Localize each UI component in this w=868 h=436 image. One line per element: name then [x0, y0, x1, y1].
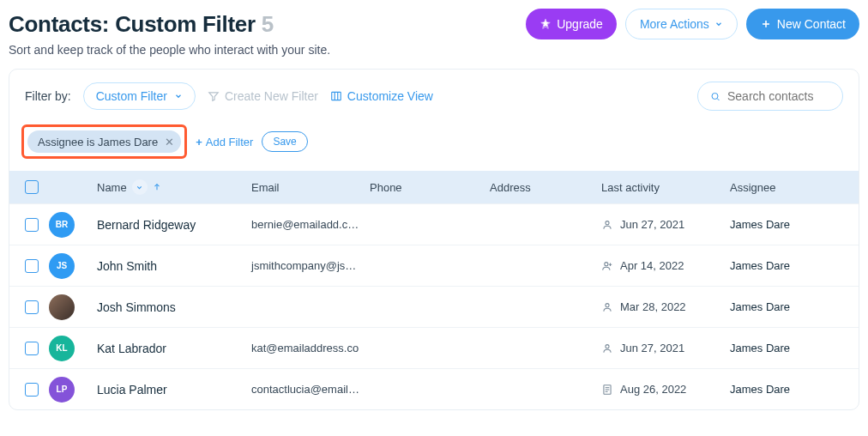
- search-input-wrapper[interactable]: [697, 82, 843, 111]
- cell-assignee: James Dare: [728, 300, 859, 313]
- customize-view-label: Customize View: [347, 89, 433, 103]
- contacts-panel: Filter by: Custom Filter Create New Filt…: [9, 69, 859, 410]
- activity-icon: [601, 219, 613, 231]
- table-row[interactable]: BRBernard Ridgewaybernie@emailadd.c…Jun …: [9, 203, 859, 245]
- cell-name: Kat Labrador: [95, 342, 250, 355]
- col-address[interactable]: Address: [488, 181, 600, 194]
- sort-direction-icon[interactable]: [132, 179, 148, 195]
- cell-last-activity: Mar 28, 2022: [600, 300, 728, 313]
- add-filter-label: Add Filter: [206, 136, 254, 148]
- create-new-filter: Create New Filter: [208, 89, 318, 103]
- search-input[interactable]: [727, 89, 830, 103]
- sort-arrow-icon: [153, 182, 161, 192]
- upgrade-label: Upgrade: [557, 17, 603, 31]
- search-icon: [710, 90, 720, 103]
- more-actions-label: More Actions: [640, 17, 709, 31]
- upgrade-icon: [539, 18, 552, 30]
- title-count: 5: [262, 11, 274, 37]
- page-subtitle: Sort and keep track of the people who in…: [9, 43, 859, 57]
- row-checkbox[interactable]: [25, 342, 39, 355]
- save-filter-button[interactable]: Save: [262, 131, 307, 152]
- cell-assignee: James Dare: [728, 218, 859, 231]
- funnel-icon: [208, 90, 220, 102]
- create-new-filter-label: Create New Filter: [225, 89, 318, 103]
- chevron-down-icon: [174, 92, 183, 100]
- cell-assignee: James Dare: [728, 342, 859, 354]
- cell-name: Bernard Ridgeway: [95, 218, 250, 232]
- cell-assignee: James Dare: [728, 383, 859, 396]
- cell-name: Josh Simmons: [95, 300, 250, 314]
- row-checkbox[interactable]: [25, 300, 39, 314]
- cell-last-activity: Aug 26, 2022: [600, 383, 728, 396]
- add-filter-link[interactable]: + Add Filter: [196, 136, 253, 148]
- filter-chip[interactable]: Assignee is James Dare ✕: [27, 130, 181, 153]
- svg-point-11: [606, 344, 609, 348]
- filter-dropdown-label: Custom Filter: [96, 89, 167, 103]
- table-row[interactable]: JSJohn Smithjsmithcompany@js…Apr 14, 202…: [9, 245, 859, 286]
- plus-icon: +: [196, 136, 202, 148]
- cell-last-activity: Jun 27, 2021: [600, 342, 728, 354]
- svg-line-4: [717, 98, 719, 100]
- select-all-checkbox[interactable]: [25, 180, 39, 194]
- cell-last-activity: Jun 27, 2021: [600, 218, 728, 231]
- title-prefix: Contacts:: [9, 11, 109, 37]
- row-checkbox[interactable]: [25, 218, 39, 232]
- col-assignee[interactable]: Assignee: [728, 181, 859, 194]
- plus-icon: ＋: [760, 16, 772, 32]
- col-name-label: Name: [97, 181, 127, 194]
- contacts-table: Name Email Phone Address Last activity A…: [9, 171, 859, 409]
- cell-email: contactlucia@email…: [250, 383, 368, 396]
- avatar-initials: LP: [49, 377, 75, 403]
- table-row[interactable]: KLKat Labradorkat@emailaddress.coJun 27,…: [9, 327, 859, 368]
- avatar-initials: BR: [49, 212, 75, 238]
- col-last-activity[interactable]: Last activity: [600, 181, 728, 194]
- svg-point-6: [606, 221, 609, 224]
- chevron-down-icon: [714, 20, 723, 28]
- activity-icon: [601, 384, 613, 396]
- page-title: Contacts: Custom Filter 5: [9, 11, 274, 38]
- activity-icon: [601, 260, 613, 272]
- table-header: Name Email Phone Address Last activity A…: [9, 171, 859, 203]
- upgrade-button[interactable]: Upgrade: [526, 9, 617, 39]
- cell-assignee: James Dare: [728, 259, 859, 272]
- title-filter-name: Custom Filter: [115, 11, 256, 37]
- svg-point-7: [605, 262, 608, 265]
- cell-name: Lucia Palmer: [95, 383, 250, 397]
- filter-dropdown[interactable]: Custom Filter: [83, 82, 196, 110]
- avatar-photo: [49, 294, 75, 320]
- cell-email: jsmithcompany@js…: [250, 259, 368, 272]
- table-row[interactable]: Josh SimmonsMar 28, 2022James Dare: [9, 286, 859, 327]
- svg-point-10: [606, 303, 609, 306]
- new-contact-button[interactable]: ＋ New Contact: [746, 9, 859, 39]
- active-filter-highlight: Assignee is James Dare ✕: [21, 124, 187, 159]
- filter-chip-label: Assignee is James Dare: [38, 136, 158, 148]
- col-phone[interactable]: Phone: [368, 181, 488, 194]
- columns-icon: [330, 90, 342, 102]
- row-checkbox[interactable]: [25, 259, 39, 273]
- activity-icon: [601, 301, 613, 313]
- svg-rect-0: [332, 92, 341, 100]
- new-contact-label: New Contact: [777, 17, 846, 31]
- more-actions-button[interactable]: More Actions: [625, 9, 738, 39]
- cell-last-activity: Apr 14, 2022: [600, 259, 728, 272]
- activity-icon: [601, 342, 613, 354]
- cell-email: bernie@emailadd.c…: [250, 218, 368, 231]
- remove-filter-icon[interactable]: ✕: [165, 136, 174, 148]
- filter-by-label: Filter by:: [25, 89, 71, 103]
- svg-point-3: [712, 93, 718, 99]
- col-name[interactable]: Name: [95, 179, 250, 195]
- customize-view-link[interactable]: Customize View: [330, 89, 433, 103]
- table-row[interactable]: LPLucia Palmercontactlucia@email…Aug 26,…: [9, 368, 859, 409]
- row-checkbox[interactable]: [25, 383, 39, 397]
- avatar-initials: KL: [49, 336, 75, 361]
- cell-name: John Smith: [95, 259, 250, 273]
- avatar-initials: JS: [49, 253, 75, 279]
- col-email[interactable]: Email: [250, 181, 368, 194]
- cell-email: kat@emailaddress.co: [250, 342, 368, 354]
